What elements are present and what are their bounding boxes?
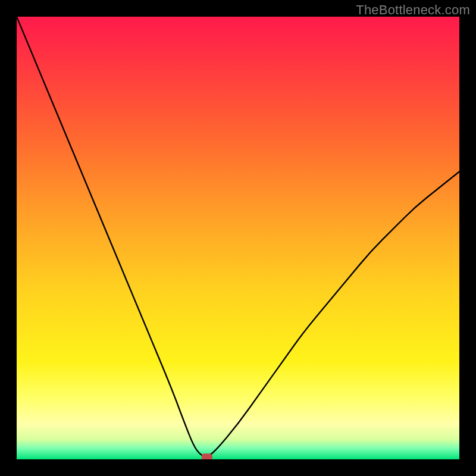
min-marker bbox=[202, 453, 212, 459]
plot-area bbox=[17, 17, 459, 459]
plot-svg bbox=[17, 17, 459, 459]
chart-frame: TheBottleneck.com bbox=[0, 0, 476, 476]
watermark-text: TheBottleneck.com bbox=[356, 2, 470, 18]
gradient-background bbox=[17, 17, 459, 459]
